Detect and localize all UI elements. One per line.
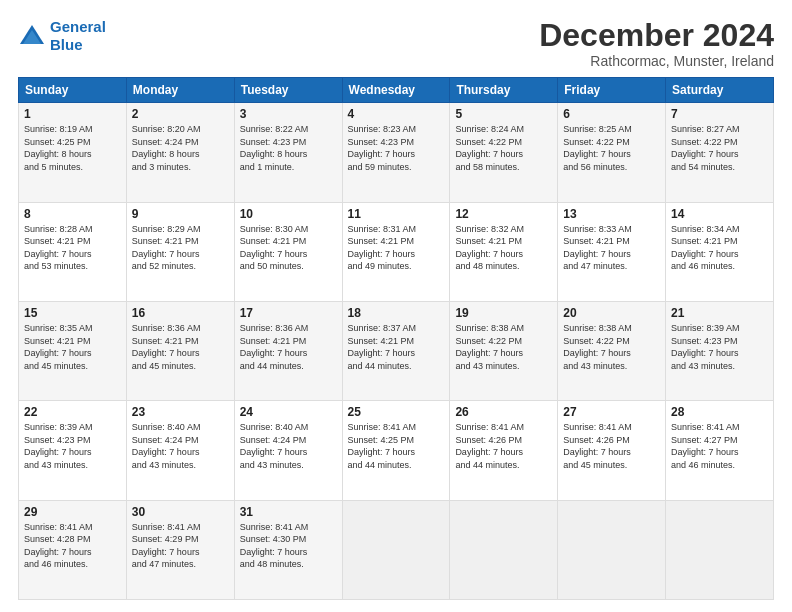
day-number: 9	[132, 207, 229, 221]
calendar-cell	[558, 500, 666, 599]
week-row-5: 29Sunrise: 8:41 AM Sunset: 4:28 PM Dayli…	[19, 500, 774, 599]
day-number: 23	[132, 405, 229, 419]
col-thursday: Thursday	[450, 78, 558, 103]
calendar-cell: 14Sunrise: 8:34 AM Sunset: 4:21 PM Dayli…	[666, 202, 774, 301]
calendar-cell	[450, 500, 558, 599]
calendar-cell: 28Sunrise: 8:41 AM Sunset: 4:27 PM Dayli…	[666, 401, 774, 500]
logo-icon	[18, 22, 46, 50]
calendar-cell	[342, 500, 450, 599]
calendar-cell: 20Sunrise: 8:38 AM Sunset: 4:22 PM Dayli…	[558, 301, 666, 400]
day-number: 17	[240, 306, 337, 320]
calendar-cell: 4Sunrise: 8:23 AM Sunset: 4:23 PM Daylig…	[342, 103, 450, 202]
day-number: 21	[671, 306, 768, 320]
day-info: Sunrise: 8:24 AM Sunset: 4:22 PM Dayligh…	[455, 123, 552, 173]
day-info: Sunrise: 8:38 AM Sunset: 4:22 PM Dayligh…	[455, 322, 552, 372]
day-info: Sunrise: 8:36 AM Sunset: 4:21 PM Dayligh…	[132, 322, 229, 372]
day-info: Sunrise: 8:39 AM Sunset: 4:23 PM Dayligh…	[24, 421, 121, 471]
calendar-cell: 6Sunrise: 8:25 AM Sunset: 4:22 PM Daylig…	[558, 103, 666, 202]
day-number: 2	[132, 107, 229, 121]
day-info: Sunrise: 8:37 AM Sunset: 4:21 PM Dayligh…	[348, 322, 445, 372]
calendar-cell: 2Sunrise: 8:20 AM Sunset: 4:24 PM Daylig…	[126, 103, 234, 202]
day-number: 27	[563, 405, 660, 419]
calendar-cell: 17Sunrise: 8:36 AM Sunset: 4:21 PM Dayli…	[234, 301, 342, 400]
calendar-header-row: Sunday Monday Tuesday Wednesday Thursday…	[19, 78, 774, 103]
day-number: 31	[240, 505, 337, 519]
day-info: Sunrise: 8:41 AM Sunset: 4:28 PM Dayligh…	[24, 521, 121, 571]
calendar-cell: 26Sunrise: 8:41 AM Sunset: 4:26 PM Dayli…	[450, 401, 558, 500]
calendar-cell: 11Sunrise: 8:31 AM Sunset: 4:21 PM Dayli…	[342, 202, 450, 301]
day-info: Sunrise: 8:22 AM Sunset: 4:23 PM Dayligh…	[240, 123, 337, 173]
day-number: 20	[563, 306, 660, 320]
col-sunday: Sunday	[19, 78, 127, 103]
day-number: 8	[24, 207, 121, 221]
logo: General Blue	[18, 18, 106, 54]
calendar-cell: 16Sunrise: 8:36 AM Sunset: 4:21 PM Dayli…	[126, 301, 234, 400]
col-tuesday: Tuesday	[234, 78, 342, 103]
calendar-cell: 21Sunrise: 8:39 AM Sunset: 4:23 PM Dayli…	[666, 301, 774, 400]
calendar-cell: 9Sunrise: 8:29 AM Sunset: 4:21 PM Daylig…	[126, 202, 234, 301]
day-info: Sunrise: 8:29 AM Sunset: 4:21 PM Dayligh…	[132, 223, 229, 273]
day-info: Sunrise: 8:41 AM Sunset: 4:26 PM Dayligh…	[455, 421, 552, 471]
day-info: Sunrise: 8:27 AM Sunset: 4:22 PM Dayligh…	[671, 123, 768, 173]
calendar-cell: 19Sunrise: 8:38 AM Sunset: 4:22 PM Dayli…	[450, 301, 558, 400]
day-info: Sunrise: 8:34 AM Sunset: 4:21 PM Dayligh…	[671, 223, 768, 273]
day-info: Sunrise: 8:41 AM Sunset: 4:27 PM Dayligh…	[671, 421, 768, 471]
logo-line1: General	[50, 18, 106, 35]
calendar-table: Sunday Monday Tuesday Wednesday Thursday…	[18, 77, 774, 600]
day-info: Sunrise: 8:32 AM Sunset: 4:21 PM Dayligh…	[455, 223, 552, 273]
day-number: 29	[24, 505, 121, 519]
calendar-cell: 24Sunrise: 8:40 AM Sunset: 4:24 PM Dayli…	[234, 401, 342, 500]
calendar-cell: 30Sunrise: 8:41 AM Sunset: 4:29 PM Dayli…	[126, 500, 234, 599]
day-info: Sunrise: 8:23 AM Sunset: 4:23 PM Dayligh…	[348, 123, 445, 173]
day-info: Sunrise: 8:33 AM Sunset: 4:21 PM Dayligh…	[563, 223, 660, 273]
day-info: Sunrise: 8:41 AM Sunset: 4:30 PM Dayligh…	[240, 521, 337, 571]
day-number: 7	[671, 107, 768, 121]
day-number: 1	[24, 107, 121, 121]
day-number: 19	[455, 306, 552, 320]
day-info: Sunrise: 8:39 AM Sunset: 4:23 PM Dayligh…	[671, 322, 768, 372]
calendar-cell: 13Sunrise: 8:33 AM Sunset: 4:21 PM Dayli…	[558, 202, 666, 301]
day-number: 14	[671, 207, 768, 221]
calendar-cell: 8Sunrise: 8:28 AM Sunset: 4:21 PM Daylig…	[19, 202, 127, 301]
calendar-cell: 29Sunrise: 8:41 AM Sunset: 4:28 PM Dayli…	[19, 500, 127, 599]
title-block: December 2024 Rathcormac, Munster, Irela…	[539, 18, 774, 69]
day-number: 30	[132, 505, 229, 519]
day-info: Sunrise: 8:40 AM Sunset: 4:24 PM Dayligh…	[240, 421, 337, 471]
calendar-cell: 5Sunrise: 8:24 AM Sunset: 4:22 PM Daylig…	[450, 103, 558, 202]
calendar-cell: 22Sunrise: 8:39 AM Sunset: 4:23 PM Dayli…	[19, 401, 127, 500]
calendar-cell: 23Sunrise: 8:40 AM Sunset: 4:24 PM Dayli…	[126, 401, 234, 500]
day-number: 10	[240, 207, 337, 221]
day-info: Sunrise: 8:19 AM Sunset: 4:25 PM Dayligh…	[24, 123, 121, 173]
day-info: Sunrise: 8:40 AM Sunset: 4:24 PM Dayligh…	[132, 421, 229, 471]
calendar-cell: 10Sunrise: 8:30 AM Sunset: 4:21 PM Dayli…	[234, 202, 342, 301]
logo-text: General Blue	[50, 18, 106, 54]
calendar-cell: 3Sunrise: 8:22 AM Sunset: 4:23 PM Daylig…	[234, 103, 342, 202]
day-number: 26	[455, 405, 552, 419]
day-info: Sunrise: 8:41 AM Sunset: 4:25 PM Dayligh…	[348, 421, 445, 471]
day-number: 4	[348, 107, 445, 121]
main-title: December 2024	[539, 18, 774, 53]
day-info: Sunrise: 8:41 AM Sunset: 4:29 PM Dayligh…	[132, 521, 229, 571]
day-number: 15	[24, 306, 121, 320]
calendar-cell	[666, 500, 774, 599]
calendar-cell: 1Sunrise: 8:19 AM Sunset: 4:25 PM Daylig…	[19, 103, 127, 202]
week-row-1: 1Sunrise: 8:19 AM Sunset: 4:25 PM Daylig…	[19, 103, 774, 202]
day-number: 6	[563, 107, 660, 121]
day-info: Sunrise: 8:38 AM Sunset: 4:22 PM Dayligh…	[563, 322, 660, 372]
day-info: Sunrise: 8:30 AM Sunset: 4:21 PM Dayligh…	[240, 223, 337, 273]
day-number: 25	[348, 405, 445, 419]
col-saturday: Saturday	[666, 78, 774, 103]
day-number: 28	[671, 405, 768, 419]
day-number: 11	[348, 207, 445, 221]
col-friday: Friday	[558, 78, 666, 103]
day-info: Sunrise: 8:36 AM Sunset: 4:21 PM Dayligh…	[240, 322, 337, 372]
week-row-2: 8Sunrise: 8:28 AM Sunset: 4:21 PM Daylig…	[19, 202, 774, 301]
day-info: Sunrise: 8:28 AM Sunset: 4:21 PM Dayligh…	[24, 223, 121, 273]
logo-line2: Blue	[50, 36, 83, 53]
day-number: 24	[240, 405, 337, 419]
day-number: 22	[24, 405, 121, 419]
day-info: Sunrise: 8:20 AM Sunset: 4:24 PM Dayligh…	[132, 123, 229, 173]
calendar-cell: 25Sunrise: 8:41 AM Sunset: 4:25 PM Dayli…	[342, 401, 450, 500]
day-number: 5	[455, 107, 552, 121]
header: General Blue December 2024 Rathcormac, M…	[18, 18, 774, 69]
